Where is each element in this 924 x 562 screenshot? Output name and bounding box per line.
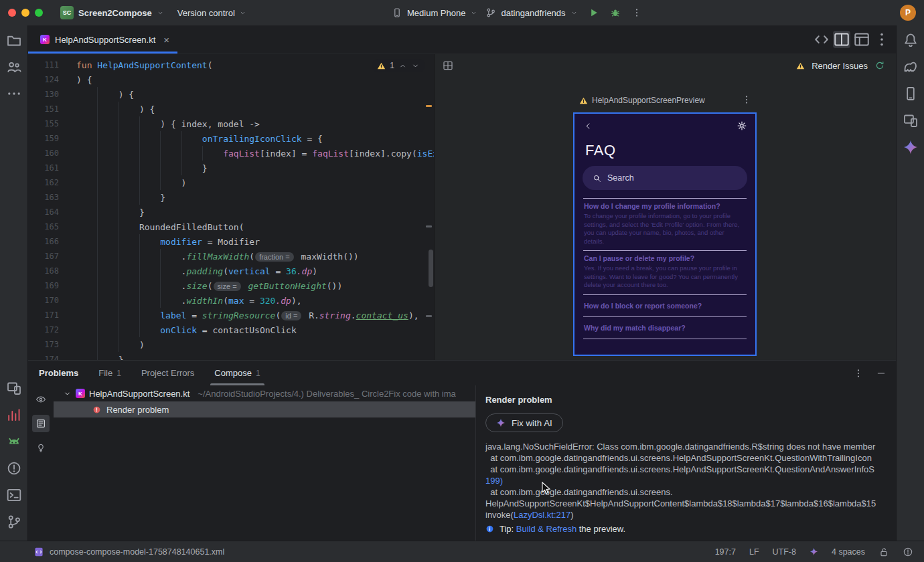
ai-spark-icon[interactable] — [810, 547, 818, 556]
code-text[interactable]: RoundedFilledButton( — [59, 222, 244, 232]
more-run-options-icon[interactable] — [631, 7, 642, 18]
device-explorer-icon[interactable] — [903, 86, 919, 102]
next-issue-icon[interactable] — [411, 62, 420, 70]
macos-zoom-button[interactable] — [35, 9, 43, 17]
code-text[interactable]: ) — [59, 340, 145, 350]
code-line-163[interactable]: 163 } — [28, 190, 434, 205]
code-line-168[interactable]: 168 .padding(vertical = 36.dp) — [28, 264, 434, 278]
code-line-167[interactable]: 167 .fillMaxWidth(fraction = maxWidth()) — [28, 249, 434, 264]
render-problem-row[interactable]: Render problem — [54, 401, 475, 417]
preview-canvas[interactable]: HelpAndSupportScreenPreview FAQ Search H… — [435, 77, 896, 360]
code-line-124[interactable]: 124) { — [28, 72, 434, 87]
project-tool-icon[interactable] — [6, 32, 22, 48]
line-number[interactable]: 170 — [28, 296, 59, 305]
line-number[interactable]: 151 — [28, 104, 59, 114]
emulator-tool-icon[interactable] — [903, 112, 919, 128]
code-text[interactable]: ) { — [59, 75, 92, 85]
prev-issue-icon[interactable] — [398, 62, 407, 70]
code-text[interactable]: } — [59, 207, 145, 217]
line-number[interactable]: 174 — [28, 355, 59, 360]
code-text[interactable]: .size(size = getButtonHeight()) — [59, 281, 342, 291]
hide-panel-icon[interactable] — [876, 368, 887, 379]
indent-setting[interactable]: 4 spaces — [832, 547, 865, 557]
code-text[interactable]: .padding(vertical = 36.dp) — [59, 266, 317, 276]
line-number[interactable]: 164 — [28, 207, 59, 217]
version-control-tool-icon[interactable] — [6, 514, 22, 530]
stack-link[interactable]: 199) — [485, 476, 503, 486]
vcs-menu[interactable]: Version control — [177, 8, 246, 18]
line-number[interactable]: 111 — [28, 60, 59, 70]
code-line-130[interactable]: 130 ) { — [28, 87, 434, 102]
line-number[interactable]: 168 — [28, 266, 59, 276]
problems-file-row[interactable]: K HelpAndSupportScreen.kt ~/AndroidStudi… — [54, 385, 475, 401]
caret-position[interactable]: 197:7 — [715, 547, 736, 557]
more-tool-windows-icon[interactable] — [6, 86, 22, 102]
device-manager-icon[interactable] — [6, 434, 22, 450]
editor-scrollbar[interactable] — [429, 250, 433, 287]
code-line-173[interactable]: 173 ) — [28, 337, 434, 352]
code-text[interactable]: ) { — [59, 104, 155, 114]
code-text[interactable]: } — [59, 163, 208, 173]
fix-with-ai-button[interactable]: Fix with AI — [485, 413, 563, 432]
line-number[interactable]: 155 — [28, 119, 59, 128]
code-line-171[interactable]: 171 label = stringResource(id = R.string… — [28, 308, 434, 322]
code-line-159[interactable]: 159 onTrailingIconClick = { — [28, 131, 434, 146]
line-number[interactable]: 124 — [28, 75, 59, 84]
code-area[interactable]: 111fun HelpAndSupportContent(124) {130 )… — [28, 54, 434, 360]
preview-details-icon[interactable] — [32, 415, 50, 432]
gradle-tool-icon[interactable] — [903, 59, 919, 75]
editor-tab[interactable]: K HelpAndSupportScreen.kt — [28, 25, 177, 54]
code-editor[interactable]: 111fun HelpAndSupportContent(124) {130 )… — [28, 54, 434, 360]
encoding[interactable]: UTF-8 — [773, 547, 796, 557]
gemini-icon[interactable] — [903, 139, 919, 155]
terminal-tool-icon[interactable] — [6, 487, 22, 503]
macos-close-button[interactable] — [8, 9, 16, 17]
problems-tab-file[interactable]: File1 — [98, 361, 121, 385]
code-text[interactable]: fun HelpAndSupportContent( — [59, 60, 213, 70]
running-devices-tool-icon[interactable] — [6, 380, 22, 396]
run-button[interactable] — [589, 7, 599, 18]
build-refresh-icon[interactable] — [874, 60, 885, 71]
code-line-170[interactable]: 170 .widthIn(max = 320.dp), — [28, 293, 434, 308]
commit-tool-icon[interactable] — [6, 59, 22, 75]
code-text[interactable]: } — [59, 193, 165, 203]
run-configuration-selector[interactable]: datingandfriends — [485, 7, 577, 18]
code-text[interactable]: ) { index, model -> — [59, 119, 260, 129]
macos-minimize-button[interactable] — [21, 9, 29, 17]
line-number[interactable]: 159 — [28, 134, 59, 143]
preview-options-icon[interactable] — [741, 94, 752, 105]
code-text[interactable]: modifier = Modifier — [59, 237, 260, 247]
split-view-icon[interactable] — [833, 31, 850, 48]
line-number[interactable]: 171 — [28, 310, 59, 320]
code-line-162[interactable]: 162 ) — [28, 175, 434, 190]
debug-button[interactable] — [610, 7, 621, 18]
device-selector[interactable]: Medium Phone — [392, 7, 477, 18]
line-number[interactable]: 161 — [28, 163, 59, 173]
line-number[interactable]: 163 — [28, 193, 59, 202]
code-line-164[interactable]: 164 } — [28, 205, 434, 219]
view-options-icon[interactable] — [32, 391, 50, 408]
code-line-174[interactable]: 174 } — [28, 352, 434, 360]
code-line-161[interactable]: 161 } — [28, 161, 434, 175]
build-refresh-link[interactable]: Build & Refresh — [516, 524, 576, 534]
code-line-172[interactable]: 172 onClick = contactUsOnClick — [28, 322, 434, 337]
code-text[interactable]: .widthIn(max = 320.dp), — [59, 296, 302, 306]
quick-fixes-icon[interactable] — [32, 439, 50, 456]
line-number[interactable]: 172 — [28, 325, 59, 335]
line-number[interactable]: 162 — [28, 178, 59, 187]
line-number[interactable]: 169 — [28, 281, 59, 290]
code-line-169[interactable]: 169 .size(size = getButtonHeight()) — [28, 278, 434, 293]
code-text[interactable]: label = stringResource(id = R.string.con… — [59, 310, 419, 320]
code-text[interactable]: faqList[index] = faqList[index].copy(isE… — [59, 149, 434, 159]
app-quality-insights-icon[interactable] — [6, 407, 22, 423]
problems-tab-compose[interactable]: Compose1 — [214, 361, 260, 385]
inspections-status-icon[interactable] — [903, 547, 913, 557]
stack-link[interactable]: LazyDsl.kt:217 — [514, 510, 570, 520]
code-line-155[interactable]: 155 ) { index, model -> — [28, 116, 434, 131]
code-text[interactable]: ) — [59, 178, 186, 188]
ui-check-mode-icon[interactable] — [443, 60, 453, 71]
problems-tool-icon[interactable] — [6, 460, 22, 476]
line-number[interactable]: 173 — [28, 340, 59, 349]
preview-label[interactable]: HelpAndSupportScreenPreview — [579, 96, 705, 105]
code-text[interactable]: onTrailingIconClick = { — [59, 134, 323, 144]
